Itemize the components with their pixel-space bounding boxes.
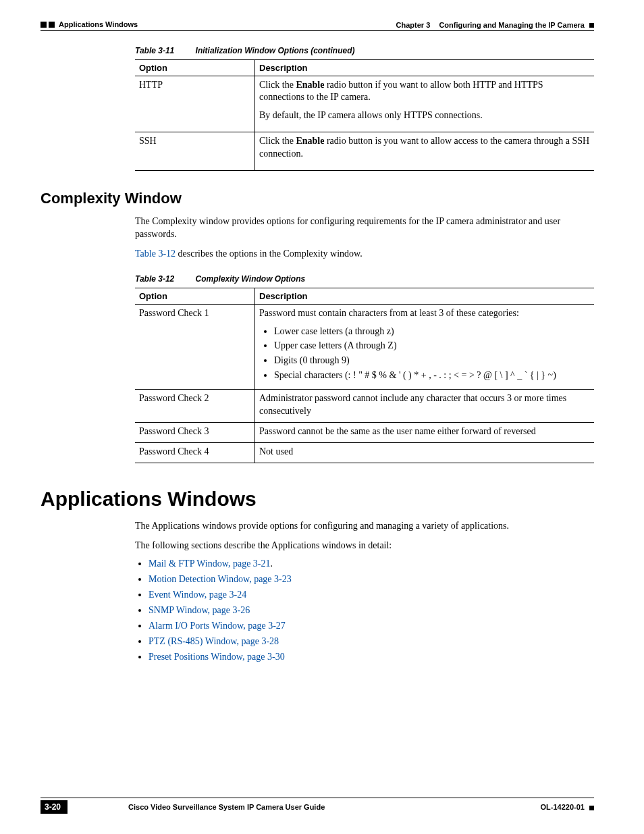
applications-p1: The Applications windows provide options… (135, 520, 594, 533)
option-cell: HTTP (135, 76, 255, 132)
option-cell: Password Check 1 (135, 304, 255, 389)
list-item: SNMP Window, page 3-26 (149, 605, 594, 616)
list-item: Event Window, page 3-24 (149, 590, 594, 600)
complexity-ref: Table 3-12 describes the options in the … (135, 248, 594, 261)
table-row: Password Check 2 Administrator password … (135, 390, 594, 423)
applications-link-list: Mail & FTP Window, page 3-21. Motion Det… (149, 558, 594, 662)
description-cell: Click the Enable radio button if you wan… (255, 76, 595, 132)
list-item: Upper case letters (A through Z) (274, 340, 590, 353)
list-item: Preset Positions Window, page 3-30 (149, 652, 594, 662)
description-cell: Click the Enable radio button is you wan… (255, 132, 595, 171)
table-caption: Table 3-11 Initialization Window Options… (135, 46, 594, 55)
footer-guide-title: Cisco Video Surveillance System IP Camer… (128, 803, 325, 811)
table-row: Password Check 3 Password cannot be the … (135, 422, 594, 442)
header-section: Applications Windows (59, 20, 138, 28)
complexity-options-table: Option Description Password Check 1 Pass… (135, 288, 594, 463)
list-item: Alarm I/O Ports Window, page 3-27 (149, 621, 594, 631)
heading-complexity-window: Complexity Window (41, 190, 594, 207)
list-item: Special characters (: ! " # $ % & ' ( ) … (274, 369, 590, 382)
table-row: HTTP Click the Enable radio button if yo… (135, 76, 594, 132)
page-header: Applications Windows Chapter 3 Configuri… (41, 20, 594, 31)
table-number: Table 3-11 (135, 46, 174, 55)
col-header-description: Description (255, 288, 595, 304)
link-ptz[interactable]: PTZ (RS-485) Window, page 3-28 (149, 636, 279, 646)
col-header-description: Description (255, 59, 595, 76)
option-cell: Password Check 2 (135, 390, 255, 423)
initialization-options-table: Option Description HTTP Click the Enable… (135, 59, 594, 171)
option-cell: SSH (135, 132, 255, 171)
col-header-option: Option (135, 288, 255, 304)
description-cell: Not used (255, 442, 595, 463)
applications-p2: The following sections describe the Appl… (135, 540, 594, 552)
link-alarm-io[interactable]: Alarm I/O Ports Window, page 3-27 (149, 621, 286, 631)
link-mail-ftp[interactable]: Mail & FTP Window, page 3-21 (149, 558, 271, 569)
list-item: Digits (0 through 9) (274, 355, 590, 367)
table-row: Password Check 1 Password must contain c… (135, 304, 594, 389)
link-preset-positions[interactable]: Preset Positions Window, page 3-30 (149, 652, 285, 662)
col-header-option: Option (135, 59, 255, 76)
description-cell: Password must contain characters from at… (255, 304, 595, 389)
option-cell: Password Check 3 (135, 422, 255, 442)
link-motion-detection[interactable]: Motion Detection Window, page 3-23 (149, 574, 292, 584)
header-chapter-title: Configuring and Managing the IP Camera (439, 21, 585, 29)
link-snmp[interactable]: SNMP Window, page 3-26 (149, 605, 250, 615)
table-caption: Table 3-12 Complexity Window Options (135, 274, 594, 284)
footer-doc-number: OL-14220-01 (541, 803, 585, 811)
link-event[interactable]: Event Window, page 3-24 (149, 590, 246, 600)
list-item: Motion Detection Window, page 3-23 (149, 574, 594, 585)
list-item: PTZ (RS-485) Window, page 3-28 (149, 636, 594, 647)
table-title: Complexity Window Options (196, 274, 306, 284)
table-row: SSH Click the Enable radio button is you… (135, 132, 594, 171)
page-number-badge: 3-20 (41, 800, 68, 814)
description-cell: Password cannot be the same as the user … (255, 422, 595, 442)
table-ref-link[interactable]: Table 3-12 (135, 249, 176, 259)
description-cell: Administrator password cannot include an… (255, 390, 595, 423)
list-item: Mail & FTP Window, page 3-21. (149, 558, 594, 569)
header-end-mark-icon (589, 23, 594, 28)
page-footer: 3-20 Cisco Video Surveillance System IP … (41, 798, 594, 814)
table-row: Password Check 4 Not used (135, 442, 594, 463)
table-title: Initialization Window Options (continued… (196, 46, 355, 55)
footer-end-mark-icon (589, 806, 594, 810)
heading-applications-windows: Applications Windows (41, 488, 594, 511)
option-cell: Password Check 4 (135, 442, 255, 463)
table-number: Table 3-12 (135, 274, 174, 284)
header-chapter-ref: Chapter 3 (396, 21, 431, 29)
header-marker-icon (41, 22, 55, 28)
complexity-intro: The Complexity window provides options f… (135, 215, 594, 241)
list-item: Lower case letters (a through z) (274, 325, 590, 338)
